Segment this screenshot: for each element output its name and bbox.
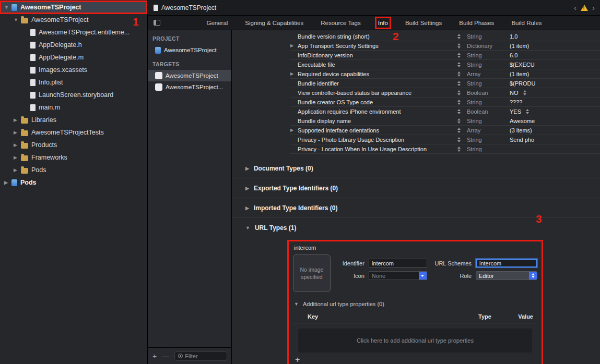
plist-key[interactable]: Privacy - Photo Library Usage Descriptio… bbox=[298, 137, 457, 143]
navigator-row[interactable]: ▶ Pods bbox=[0, 176, 147, 189]
plist-row[interactable]: ▶ Required device capabilities Array (1 … bbox=[290, 69, 600, 79]
plist-key[interactable]: InfoDictionary version bbox=[298, 52, 457, 58]
plist-key[interactable]: View controller-based status bar appeara… bbox=[298, 90, 457, 96]
key-stepper-icon[interactable] bbox=[457, 71, 467, 77]
plist-value[interactable]: NO bbox=[510, 90, 519, 96]
icon-dropdown[interactable]: None bbox=[369, 271, 427, 280]
navigator-row[interactable]: AppDelegate.h bbox=[0, 39, 147, 51]
plist-type[interactable]: String bbox=[467, 52, 510, 58]
url-types-section-header[interactable]: ▼ URL Types (1) bbox=[232, 218, 600, 238]
plist-type[interactable]: String bbox=[467, 118, 510, 124]
plist-row[interactable]: Bundle identifier String $(PRODU bbox=[290, 79, 600, 88]
key-stepper-icon[interactable] bbox=[457, 109, 467, 114]
editor-tab[interactable]: AwesomeTSProject bbox=[154, 4, 216, 11]
plist-value[interactable]: (1 item) bbox=[510, 43, 529, 49]
editor-segment-tab[interactable]: Signing & Capabilities bbox=[243, 18, 305, 28]
plist-value[interactable]: $(EXECU bbox=[510, 62, 535, 68]
plist-type[interactable]: Array bbox=[467, 127, 510, 134]
add-target-button[interactable]: + bbox=[152, 353, 157, 360]
plist-key[interactable]: Bundle display name bbox=[298, 118, 457, 124]
plist-row[interactable]: Executable file String $(EXECU bbox=[290, 60, 600, 69]
disclosure-triangle-icon[interactable]: ▶ bbox=[14, 155, 21, 160]
plist-row[interactable]: Bundle display name String Awesome bbox=[290, 116, 600, 126]
additional-disclosure-icon[interactable]: ▼ bbox=[294, 301, 299, 307]
key-stepper-icon[interactable] bbox=[457, 62, 467, 67]
key-stepper-icon[interactable] bbox=[457, 34, 467, 39]
value-stepper-icon[interactable] bbox=[526, 109, 529, 114]
related-items-icon[interactable] bbox=[154, 20, 160, 26]
plist-type[interactable]: String bbox=[467, 146, 510, 152]
plist-type[interactable]: String bbox=[467, 99, 510, 105]
warning-icon[interactable]: ! bbox=[581, 5, 588, 11]
key-stepper-icon[interactable] bbox=[457, 137, 467, 142]
plist-section-header[interactable]: ▶ Imported Type Identifiers (0) bbox=[232, 198, 600, 218]
section-disclosure-icon[interactable]: ▼ bbox=[245, 225, 250, 230]
plist-type[interactable]: Boolean bbox=[467, 108, 510, 115]
plist-type[interactable]: Array bbox=[467, 71, 510, 77]
plist-key[interactable]: Application requires iPhone environment bbox=[298, 108, 457, 115]
navigator-row[interactable]: Images.xcassets bbox=[0, 64, 147, 76]
editor-segment-tab[interactable]: Build Phases bbox=[457, 18, 496, 28]
project-row[interactable]: AwesomeTSProject bbox=[148, 44, 231, 56]
navigator-row[interactable]: ▶ Products bbox=[0, 139, 147, 151]
plist-value[interactable]: 1.0 bbox=[510, 33, 517, 40]
navigator-row[interactable]: ▶ Libraries bbox=[0, 114, 147, 126]
url-schemes-field[interactable] bbox=[476, 259, 537, 268]
editor-segment-tab[interactable]: Build Settings bbox=[403, 18, 444, 28]
key-stepper-icon[interactable] bbox=[457, 100, 467, 105]
additional-properties-header[interactable]: ▼ Additional url type properties (0) bbox=[294, 301, 537, 307]
editor-segment-tab[interactable]: General bbox=[204, 18, 230, 28]
plist-row[interactable]: View controller-based status bar appeara… bbox=[290, 88, 600, 98]
plist-value[interactable]: Send pho bbox=[510, 137, 534, 143]
plist-row[interactable]: ▶ App Transport Security Settings Dictio… bbox=[290, 41, 600, 51]
row-disclosure-icon[interactable]: ▶ bbox=[290, 71, 298, 76]
plist-type[interactable]: Dictionary bbox=[467, 43, 510, 49]
navigator-row[interactable]: AwesomeTSProject.entitleme... bbox=[0, 26, 147, 39]
plist-type[interactable]: String bbox=[467, 62, 510, 68]
navigator-row[interactable]: ▶ Frameworks bbox=[0, 151, 147, 164]
plist-type[interactable]: String bbox=[467, 80, 510, 87]
plist-key[interactable]: Bundle version string (short) bbox=[298, 33, 457, 40]
plist-key[interactable]: App Transport Security Settings bbox=[298, 43, 457, 49]
filter-field[interactable] bbox=[174, 351, 227, 361]
key-stepper-icon[interactable] bbox=[457, 90, 467, 95]
editor-segment-tab[interactable]: Resource Tags bbox=[319, 18, 363, 28]
add-url-type-button[interactable]: + bbox=[295, 356, 537, 364]
plist-value[interactable]: 6.0 bbox=[510, 52, 517, 58]
plist-value[interactable]: YES bbox=[510, 108, 521, 115]
disclosure-triangle-icon[interactable]: ▼ bbox=[14, 17, 21, 22]
plist-type[interactable]: String bbox=[467, 33, 510, 40]
plist-value[interactable]: (3 items) bbox=[510, 127, 532, 134]
disclosure-triangle-icon[interactable]: ▶ bbox=[14, 130, 21, 135]
row-disclosure-icon[interactable]: ▶ bbox=[290, 43, 298, 48]
filter-input[interactable] bbox=[185, 353, 227, 359]
plist-section-header[interactable]: ▶ Document Types (0) bbox=[232, 159, 600, 178]
disclosure-triangle-icon[interactable]: ▶ bbox=[14, 167, 21, 173]
key-stepper-icon[interactable] bbox=[457, 118, 467, 124]
plist-row[interactable]: InfoDictionary version String 6.0 bbox=[290, 51, 600, 60]
back-button[interactable]: ‹ bbox=[574, 4, 577, 11]
add-property-hint[interactable]: Click here to add additional url type pr… bbox=[298, 329, 532, 353]
target-row[interactable]: AwesomeTSProject bbox=[148, 70, 231, 81]
plist-value[interactable]: (1 item) bbox=[510, 71, 529, 77]
disclosure-triangle-icon[interactable]: ▼ bbox=[4, 5, 11, 10]
key-stepper-icon[interactable] bbox=[457, 128, 467, 133]
plist-section-header[interactable]: ▶ Exported Type Identifiers (0) bbox=[232, 178, 600, 198]
plist-type[interactable]: Boolean bbox=[467, 90, 510, 96]
plist-key[interactable]: Executable file bbox=[298, 62, 457, 68]
value-stepper-icon[interactable] bbox=[523, 90, 526, 95]
navigator-row[interactable]: Info.plist bbox=[0, 76, 147, 89]
plist-type[interactable]: String bbox=[467, 137, 510, 143]
editor-segment-tab[interactable]: Info bbox=[376, 18, 390, 28]
disclosure-triangle-icon[interactable]: ▶ bbox=[14, 117, 21, 123]
disclosure-triangle-icon[interactable]: ▶ bbox=[14, 142, 21, 148]
navigator-row[interactable]: LaunchScreen.storyboard bbox=[0, 89, 147, 101]
navigator-row[interactable]: AppDelegate.m bbox=[0, 51, 147, 64]
plist-key[interactable]: Privacy - Location When In Use Usage Des… bbox=[298, 146, 457, 152]
plist-key[interactable]: Supported interface orientations bbox=[298, 127, 457, 134]
key-stepper-icon[interactable] bbox=[457, 81, 467, 86]
plist-row[interactable]: Bundle version string (short) String 1.0 bbox=[290, 32, 600, 41]
url-type-image-well[interactable]: No image specified bbox=[293, 254, 331, 292]
section-disclosure-icon[interactable]: ▶ bbox=[245, 186, 249, 191]
navigator-row[interactable]: ▼ AwesomeTSProject bbox=[0, 14, 147, 26]
